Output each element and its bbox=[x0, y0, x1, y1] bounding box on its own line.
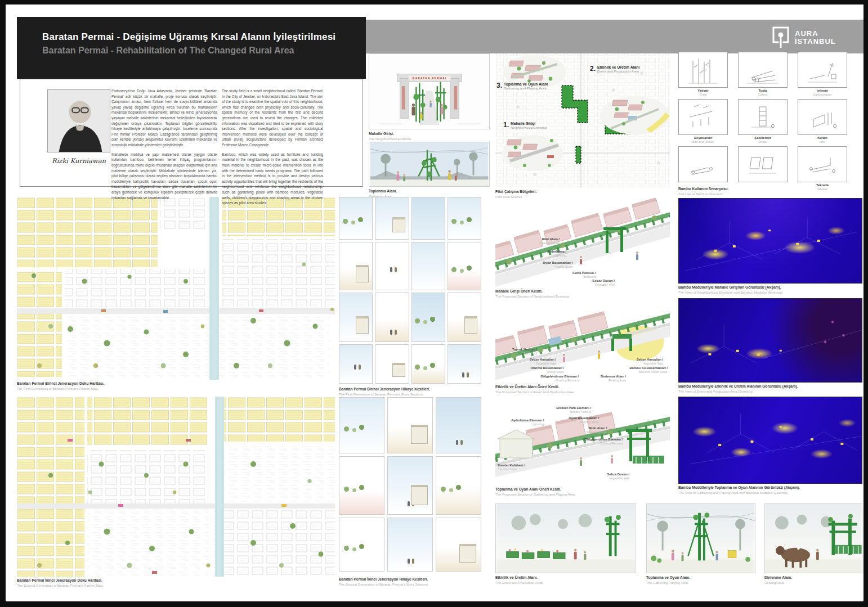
render-gathering-caption: Bambu Modülleriyle Toplanma ve Oyun Alan… bbox=[678, 485, 862, 495]
caption-title: Mahalle Girişi. bbox=[369, 132, 490, 137]
caption-subtitle: The View of Neighborhood Entrance with B… bbox=[678, 291, 862, 295]
caption-subtitle: The Gathering Playing Area. bbox=[646, 581, 755, 586]
caption-subtitle: The Neighborhood Entrance. bbox=[369, 137, 490, 142]
story-panel bbox=[375, 344, 409, 384]
caption-title: Toplanma ve Oyun Alanı Öneri Kesiti. bbox=[495, 487, 670, 492]
caption-title: Bambu Modülleriyle Toplanma ve Oyun Alan… bbox=[678, 485, 862, 491]
bamboo-step-sketch bbox=[678, 99, 728, 135]
night-render-production bbox=[678, 298, 862, 383]
section-production-caption: Etkinlik ve Üretim Alanı Öneri Kesiti. T… bbox=[495, 385, 670, 394]
gathering-illustration bbox=[369, 142, 490, 187]
intro-text-turkish: Endonezya'nın Doğu Java Adasında, Jember… bbox=[111, 88, 217, 204]
frame-bottom bbox=[0, 601, 868, 607]
story-panel bbox=[339, 456, 384, 515]
intro-en-paragraph-1: The study field is a small neighborhood … bbox=[222, 88, 323, 148]
pattern-map-generation-1 bbox=[17, 197, 335, 380]
section-label: Gölgelendirme Elemanı /Shading Element bbox=[528, 375, 579, 383]
caption-title: Etkinlik ve Üretim Alanı. bbox=[495, 575, 636, 581]
section-label: Aydınlatma /Lightning bbox=[518, 250, 566, 258]
intro-tr-paragraph-1: Endonezya'nın Doğu Java Adasında, Jember… bbox=[111, 88, 217, 148]
bamboo-step-caption: BoyutlandırSize and Rotate bbox=[678, 135, 728, 143]
pilot-label-english: Neighborhood Entrance bbox=[511, 125, 547, 129]
night-render-structure-lines bbox=[679, 199, 862, 283]
caption-title: Bambu Modülleriyle Etkinlik ve Üretim Al… bbox=[678, 384, 862, 389]
bottom-panel-resting bbox=[764, 503, 862, 573]
bamboo-step-collect: ToplaCollect bbox=[738, 52, 788, 96]
caption-title: Dinlenme Alanı. bbox=[764, 575, 862, 581]
pattern-map-1-drawing bbox=[17, 197, 335, 380]
caption-subtitle: The Proposed Section of Event and Produc… bbox=[495, 390, 670, 395]
pilot-label-2: 2. Etkinlik ve Üretim AlanıEvent and Pro… bbox=[590, 65, 639, 73]
pilot-label-turkish: Mahalle Girişi bbox=[511, 122, 547, 125]
story-panel bbox=[411, 293, 445, 342]
intro-tr-paragraph-2: Mahallede mobilya ve yapı malzemesi olar… bbox=[111, 152, 217, 200]
section-label: Dinlenme Alanı /Resting Area bbox=[581, 375, 626, 383]
section-label: Oyun Basamakları /Playing Steps bbox=[525, 261, 573, 269]
caption-title: Baratan Permai Birinci Jenerasyon Hikaye… bbox=[339, 387, 481, 392]
story-panel bbox=[375, 242, 409, 290]
story-sections-grid-2 bbox=[339, 397, 481, 574]
aura-logo-text: AURA İSTANBUL bbox=[795, 30, 836, 45]
night-render-structure-lines bbox=[679, 299, 862, 382]
bamboo-step-sketch bbox=[678, 146, 728, 182]
bamboo-scenario-caption: Bambu Kullanım Senaryosu. The Use of Bam… bbox=[678, 187, 768, 196]
bamboo-step-shape: ŞekillendirShape bbox=[738, 99, 788, 143]
story-panel bbox=[436, 518, 481, 572]
night-render-gathering bbox=[678, 397, 862, 484]
bamboo-step-caption: ŞekillendirShape bbox=[738, 135, 788, 143]
title-block: Baratan Permai - Değişime Uğramış Kırsal… bbox=[17, 17, 366, 79]
section-label: Sebze Duvarı /Vegetable Wall bbox=[579, 473, 629, 480]
bamboo-step-sketch bbox=[798, 146, 847, 182]
story-panel bbox=[448, 293, 481, 342]
logo-line2: İSTANBUL bbox=[795, 38, 836, 46]
pilot-label-1: 1. Mahalle GirişiNeighborhood Entrance bbox=[503, 122, 547, 129]
story-panel bbox=[375, 293, 409, 342]
pilot-label-turkish: Etkinlik ve Üretim Alanı bbox=[597, 65, 639, 69]
bottom-panel-gathering bbox=[646, 503, 755, 573]
night-render-entrance bbox=[678, 198, 862, 284]
intro-box: Rizki Kurniawan Endonezya'nın Doğu Java … bbox=[20, 79, 363, 187]
frame-right bbox=[863, 0, 868, 607]
author-name: Rizki Kurniawan bbox=[36, 157, 122, 165]
bamboo-scenario-grid: YetiştirGrow ToplaCollect İyileştirCarbo… bbox=[678, 52, 847, 190]
bamboo-step-sketch bbox=[678, 52, 728, 88]
caption-subtitle: The First Generation of Baratan Permai's… bbox=[339, 393, 481, 397]
section-label: Sebze Duvarı /Vegetable Wall bbox=[566, 279, 615, 287]
bamboo-step-7 bbox=[678, 146, 728, 190]
aura-istanbul-logo: AURA İSTANBUL bbox=[772, 26, 836, 49]
pattern-map-generation-2 bbox=[17, 397, 335, 577]
bamboo-step-caption: ToplaCollect bbox=[738, 88, 788, 96]
section-label: Oturma Basamakları /Sitting Steps bbox=[519, 366, 564, 374]
caption-title: Baratan Permai İkinci Jenerasyon Doku Ha… bbox=[17, 578, 197, 583]
story-panel bbox=[339, 293, 373, 342]
vignette-production bbox=[600, 96, 670, 134]
story-panel bbox=[411, 242, 445, 290]
bottom-production-caption: Etkinlik ve Üretim Alanı. The Event and … bbox=[495, 575, 636, 585]
bamboo-step-caption: KullanUse bbox=[798, 135, 847, 143]
section-label: Bambu Kulübesi /Bamboo Kiosk bbox=[498, 464, 537, 471]
pilot-label-english: Event and Production Area bbox=[597, 69, 639, 73]
story-panel bbox=[411, 197, 445, 240]
bamboo-step-repeat: TekrarlaRepeat bbox=[798, 146, 847, 190]
story-panel bbox=[387, 397, 433, 453]
caption-subtitle: The Proposed Section of Gathering and Pl… bbox=[495, 493, 670, 497]
caption-subtitle: The Second Generation of Baratan Permai'… bbox=[17, 584, 197, 588]
bottom-panel-production bbox=[495, 503, 636, 573]
caption-subtitle: The View of Gathering and Playing Area w… bbox=[678, 491, 862, 496]
pattern-map-1-caption: Baratan Permai Birinci Jenerasyon Doku H… bbox=[17, 381, 197, 391]
pilot-label-number: 2. bbox=[590, 65, 596, 73]
night-render-structure-lines bbox=[679, 397, 862, 483]
section-label: Gölgelendirme Elemanı /Shading Element bbox=[569, 438, 623, 446]
production-area-illustration bbox=[496, 504, 636, 573]
story-grid-1-caption: Baratan Permai Birinci Jenerasyon Hikaye… bbox=[339, 387, 481, 397]
caption-subtitle: The Use of Bamboo Scenario. bbox=[678, 192, 768, 197]
pattern-map-2-drawing bbox=[17, 397, 335, 577]
story-grid-2-caption: Baratan Permai İkinci Jenerasyon Hikaye … bbox=[339, 577, 481, 587]
section-gathering-caption: Toplanma ve Oyun Alanı Öneri Kesiti. The… bbox=[495, 487, 670, 497]
bamboo-step-sketch bbox=[738, 146, 788, 182]
pilot-label-turkish: Toplanma ve Oyun Alanı bbox=[504, 82, 548, 86]
entrance-illustration: BARATAN PERMAI bbox=[369, 53, 490, 129]
pilot-label-number: 3. bbox=[496, 82, 502, 90]
caption-title: Pilot Çalışma Bölgeleri. bbox=[495, 190, 670, 195]
story-panel bbox=[387, 518, 433, 572]
